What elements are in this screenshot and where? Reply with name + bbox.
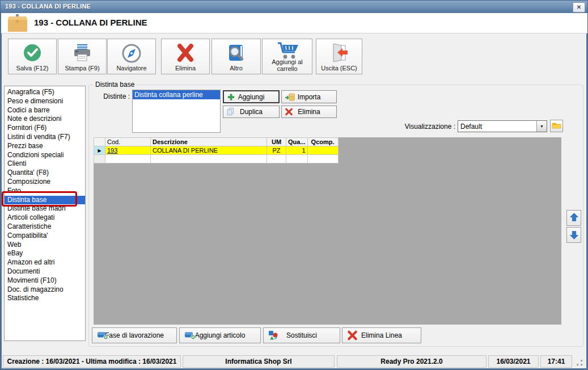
sidebar-item-web[interactable]: Web (5, 241, 85, 250)
delete-distinta-label: Elimina (298, 108, 320, 116)
header-band: 193 - COLLANA DI PERLINE (1, 13, 587, 33)
chevron-down-icon[interactable]: ▼ (536, 121, 547, 132)
window-border-right (586, 13, 587, 370)
navigator-button-label: Navigatore (108, 65, 155, 72)
import-distinta-label: Importa (298, 93, 321, 101)
sidebar-item-doc-di-magazzino[interactable]: Doc. di magazzino (5, 285, 85, 295)
arrow-down-icon (569, 230, 579, 240)
col-header-qua[interactable]: Qua... (286, 138, 308, 146)
sidebar-item-condizioni-speciali[interactable]: Condizioni speciali (5, 151, 85, 160)
distinte-label: Distinte : (98, 93, 130, 100)
close-icon[interactable]: ✕ (573, 2, 585, 12)
import-distinta-button[interactable]: Importa (281, 90, 337, 103)
sidebar-item-fornitori[interactable]: Fornitori (F6) (5, 124, 85, 133)
replace-label: Sostituisci (286, 331, 317, 339)
delete-distinta-button[interactable]: Elimina (281, 106, 337, 118)
distinte-listbox: Distinta collana perline (132, 90, 221, 133)
distinte-item-selected[interactable]: Distinta collana perline (133, 90, 220, 99)
red-x-icon (162, 43, 209, 62)
visualizzazione-dropdown[interactable]: Default ▼ (458, 120, 547, 132)
package-icon (6, 14, 29, 34)
page-title: 193 - COLLANA DI PERLINE (34, 18, 147, 27)
open-view-button[interactable] (550, 120, 563, 132)
col-header-um[interactable]: UM (267, 138, 286, 146)
cell-qua[interactable]: 1 (286, 146, 308, 155)
visualizzazione-value: Default (460, 123, 482, 131)
other-button[interactable]: Altro (211, 39, 261, 74)
sidebar-item-foto[interactable]: Foto (5, 187, 85, 196)
row-marker-icon: ▶ (94, 146, 105, 155)
window-border-left (1, 13, 2, 370)
sidebar-item-articoli-collegati[interactable]: Articoli collegati (5, 213, 85, 222)
red-x-small-icon (285, 108, 293, 116)
move-down-button[interactable] (566, 227, 581, 243)
delete-line-button[interactable]: Elimina Linea (342, 327, 421, 343)
status-version: Ready Pro 2021.2.0 (337, 355, 487, 368)
work-phase-button[interactable]: Fase di lavorazione (92, 327, 177, 343)
sidebar-item-note-e-descrizioni[interactable]: Note e descrizioni (5, 115, 85, 124)
col-header-descrizione[interactable]: Descrizione (151, 138, 267, 146)
delete-button[interactable]: Elimina (161, 39, 210, 74)
cell-descrizione[interactable]: COLLANA DI PERLINE (151, 146, 267, 155)
sidebar-item-statistiche[interactable]: Statistiche (5, 294, 85, 303)
table-row-empty[interactable] (94, 155, 339, 163)
add-article-button[interactable]: Aggiungi articolo (179, 327, 261, 343)
col-header-cod[interactable]: Cod. (105, 138, 151, 146)
sidebar-item-composizione[interactable]: Composizione (5, 178, 85, 187)
other-button-label: Altro (212, 65, 260, 72)
section-list: Anagrafica (F5) Peso e dimensioni Codici… (4, 86, 86, 341)
duplicate-distinta-label: Duplica (240, 108, 263, 116)
add-article-label: Aggiungi articolo (195, 331, 246, 339)
duplicate-distinta-button[interactable]: Duplica (223, 106, 280, 118)
sidebar-item-prezzi-base[interactable]: Prezzi base (5, 142, 85, 151)
table-row[interactable]: ▶ 193 COLLANA DI PERLINE PZ 1 (94, 146, 339, 155)
sidebar-item-peso-e-dimensioni[interactable]: Peso e dimensioni (5, 97, 85, 106)
sidebar-item-caratteristiche[interactable]: Caratteristiche (5, 222, 85, 232)
sidebar-item-listini-di-vendita[interactable]: Listini di vendita (F7) (5, 133, 85, 142)
phase-add-icon (97, 331, 108, 340)
cell-um[interactable]: PZ (267, 146, 286, 155)
components-table: Cod. Descrizione UM Qua... Qcomp. ▶ 193 … (94, 137, 339, 163)
exit-button-label: Uscita (ESC) (316, 65, 362, 72)
distinta-base-panel: Distinta base Distinte : Distinta collan… (88, 85, 583, 347)
exit-button[interactable]: Uscita (ESC) (316, 39, 362, 74)
sidebar-item-amazon-ed-altri[interactable]: Amazon ed altri (5, 258, 85, 267)
navigator-button[interactable]: Navigatore (107, 39, 156, 74)
add-to-cart-button[interactable]: Aggiungi al carrello (262, 39, 312, 74)
plus-icon (227, 93, 235, 101)
status-date: 16/03/2021 (488, 355, 539, 368)
exit-door-icon (316, 43, 362, 62)
sidebar-item-codici-a-barre[interactable]: Codici a barre (5, 106, 85, 115)
sidebar-item-compatibilita[interactable]: Compatibilita' (5, 232, 85, 241)
replace-button[interactable]: Sostituisci (263, 327, 340, 343)
cell-qcomp[interactable] (307, 146, 338, 155)
titlebar[interactable]: 193 - COLLANA DI PERLINE ✕ (1, 1, 588, 13)
move-up-button[interactable] (566, 210, 581, 226)
panel-legend: Distinta base (93, 81, 137, 89)
sidebar-item-movimenti[interactable]: Movimenti (F10) (5, 276, 85, 285)
sidebar-item-clienti[interactable]: Clienti (5, 159, 85, 169)
sidebar-item-distinte-base-madri[interactable]: Distinte base madri (5, 204, 85, 213)
sidebar-item-ebay[interactable]: eBay (5, 249, 85, 258)
resize-grip[interactable] (577, 360, 582, 365)
add-to-cart-button-label: Aggiungi al carrello (263, 58, 312, 72)
cell-cod[interactable]: 193 (105, 146, 151, 155)
col-header-qcomp[interactable]: Qcomp. (307, 138, 338, 146)
work-phase-label: Fase di lavorazione (105, 331, 164, 339)
sidebar-item-anagrafica[interactable]: Anagrafica (F5) (5, 88, 85, 97)
red-x-line-icon (347, 330, 358, 341)
save-button[interactable]: Salva (F12) (8, 39, 57, 74)
check-circle-icon (9, 43, 56, 62)
window-title: 193 - COLLANA DI PERLINE (5, 3, 91, 10)
sidebar-item-documenti[interactable]: Documenti (5, 267, 85, 276)
sidebar-item-quantita[interactable]: Quantita' (F8) (5, 169, 85, 178)
add-distinta-label: Aggiungi (238, 93, 265, 101)
status-company: Informatica Shop Srl (183, 355, 335, 368)
replace-icon (268, 330, 278, 340)
app-window: 193 - COLLANA DI PERLINE ✕ 193 - COLLANA… (0, 0, 588, 370)
components-grid-area: Cod. Descrizione UM Qua... Qcomp. ▶ 193 … (94, 137, 561, 325)
sidebar-item-distinta-base[interactable]: Distinta base (5, 196, 85, 205)
status-time: 17:41 (540, 355, 572, 368)
print-button[interactable]: Stampa (F9) (58, 39, 107, 74)
add-distinta-button[interactable]: Aggiungi (223, 90, 280, 103)
